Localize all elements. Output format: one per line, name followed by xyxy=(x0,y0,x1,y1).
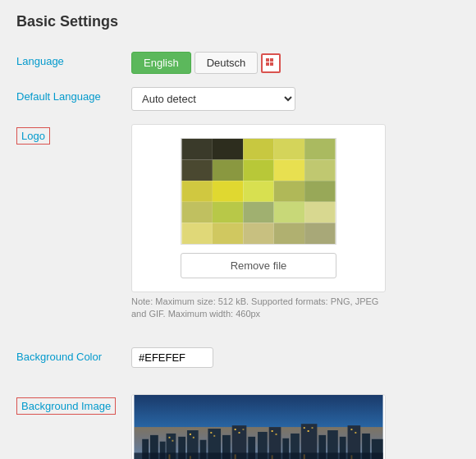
svg-rect-9 xyxy=(181,160,212,181)
logo-row: Logo xyxy=(16,117,460,328)
svg-rect-64 xyxy=(304,427,305,429)
svg-rect-19 xyxy=(181,202,212,223)
svg-rect-65 xyxy=(308,430,309,432)
logo-label-cell: Logo xyxy=(16,117,131,328)
svg-rect-74 xyxy=(304,454,305,459)
background-color-row: Background Color xyxy=(16,341,460,374)
svg-rect-73 xyxy=(272,455,273,459)
page-title: Basic Settings xyxy=(16,13,460,30)
language-label: Language xyxy=(16,45,131,80)
svg-rect-71 xyxy=(190,456,191,459)
svg-rect-10 xyxy=(213,160,243,181)
svg-rect-4 xyxy=(181,139,212,160)
svg-rect-66 xyxy=(312,427,314,429)
default-language-row: Default Language Auto detect English Deu… xyxy=(16,80,460,117)
default-language-select[interactable]: Auto detect English Deutsch xyxy=(131,87,295,111)
logo-upload-box: Remove file xyxy=(131,124,386,292)
svg-rect-69 xyxy=(134,452,382,459)
remove-file-button[interactable]: Remove file xyxy=(181,253,336,278)
settings-table: Language English Deutsch xyxy=(16,45,460,459)
background-image-preview xyxy=(131,394,386,459)
english-button[interactable]: English xyxy=(131,52,191,74)
svg-rect-17 xyxy=(274,181,304,202)
upload-note: Note: Maximum size: 512 kB. Supported fo… xyxy=(131,296,386,321)
svg-rect-61 xyxy=(242,429,244,430)
svg-rect-62 xyxy=(272,430,273,432)
language-row: Language English Deutsch xyxy=(16,45,460,80)
background-color-label: Background Color xyxy=(16,341,131,374)
svg-rect-2 xyxy=(266,62,269,66)
language-group: English Deutsch xyxy=(131,52,460,74)
svg-rect-56 xyxy=(193,437,195,438)
svg-rect-72 xyxy=(235,454,236,459)
svg-rect-11 xyxy=(243,160,273,181)
svg-rect-5 xyxy=(213,139,243,160)
background-image-label-cell: Background Image xyxy=(16,388,131,459)
svg-rect-6 xyxy=(243,139,273,160)
svg-rect-28 xyxy=(304,223,335,244)
svg-rect-57 xyxy=(210,432,212,434)
logo-preview-image xyxy=(181,139,336,244)
background-color-input[interactable] xyxy=(131,347,213,368)
svg-rect-0 xyxy=(266,58,269,62)
add-language-button[interactable] xyxy=(261,53,281,73)
svg-rect-70 xyxy=(168,454,170,459)
svg-rect-53 xyxy=(168,437,170,438)
svg-rect-13 xyxy=(304,160,335,181)
svg-rect-26 xyxy=(243,223,273,244)
svg-rect-24 xyxy=(181,223,212,244)
svg-rect-63 xyxy=(276,434,277,435)
logo-label: Logo xyxy=(16,127,50,145)
svg-rect-58 xyxy=(213,435,215,437)
logo-image-preview xyxy=(181,138,336,245)
svg-rect-18 xyxy=(304,181,335,202)
svg-rect-22 xyxy=(274,202,304,223)
svg-rect-68 xyxy=(355,432,356,434)
svg-rect-54 xyxy=(172,440,173,442)
svg-rect-14 xyxy=(181,181,212,202)
background-image-label: Background Image xyxy=(16,397,116,415)
basic-settings-page: Basic Settings Language English Deutsch xyxy=(0,0,476,459)
svg-rect-15 xyxy=(213,181,243,202)
svg-rect-8 xyxy=(304,139,335,160)
svg-rect-1 xyxy=(270,58,273,62)
svg-rect-27 xyxy=(274,223,304,244)
svg-rect-67 xyxy=(350,429,352,430)
deutsch-button[interactable]: Deutsch xyxy=(195,52,259,74)
default-language-label: Default Language xyxy=(16,80,131,117)
svg-rect-16 xyxy=(243,181,273,202)
svg-rect-60 xyxy=(239,432,240,434)
svg-rect-75 xyxy=(350,455,352,459)
svg-rect-23 xyxy=(304,202,335,223)
svg-rect-21 xyxy=(243,202,273,223)
svg-rect-55 xyxy=(190,434,191,435)
city-image xyxy=(132,395,385,459)
svg-rect-20 xyxy=(213,202,243,223)
svg-rect-3 xyxy=(270,62,273,66)
background-image-row: Background Image xyxy=(16,388,460,459)
svg-rect-7 xyxy=(274,139,304,160)
svg-rect-25 xyxy=(213,223,243,244)
grid-icon xyxy=(265,57,277,69)
svg-rect-12 xyxy=(274,160,304,181)
svg-rect-59 xyxy=(235,429,236,430)
